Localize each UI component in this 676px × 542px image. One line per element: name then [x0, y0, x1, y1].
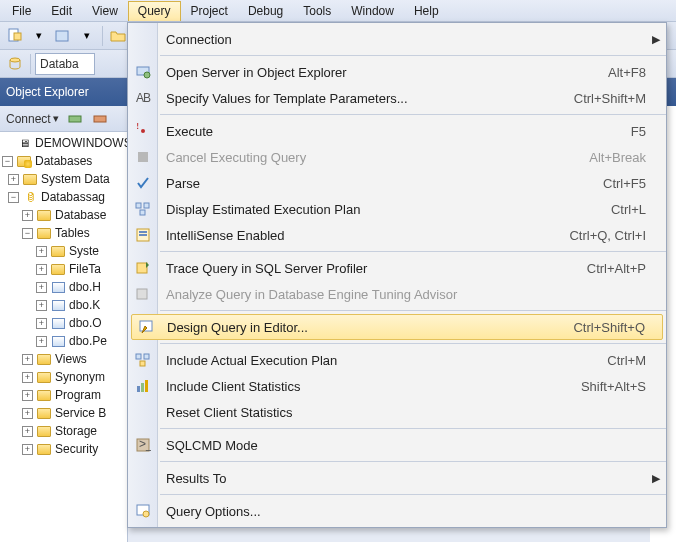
- connect-button[interactable]: Connect▾: [4, 112, 61, 126]
- menu-item-include-client-statistics[interactable]: Include Client StatisticsShift+Alt+S: [128, 373, 666, 399]
- new-project-button[interactable]: [52, 25, 74, 47]
- dropdown-icon[interactable]: ▾: [76, 25, 98, 47]
- analyze-icon: [128, 286, 158, 302]
- tree-toggle-icon[interactable]: +: [8, 174, 19, 185]
- menu-help[interactable]: Help: [404, 1, 449, 21]
- menu-view[interactable]: View: [82, 1, 128, 21]
- tree-toggle-icon[interactable]: +: [22, 444, 33, 455]
- menu-item-design-query-in-editor[interactable]: Design Query in Editor...Ctrl+Shift+Q: [131, 314, 663, 340]
- tree-item[interactable]: +FileTa: [0, 260, 127, 278]
- menu-file[interactable]: File: [2, 1, 41, 21]
- tree-item[interactable]: +Storage: [0, 422, 127, 440]
- tree-item[interactable]: +dbo.Pe: [0, 332, 127, 350]
- tree-item[interactable]: +Service B: [0, 404, 127, 422]
- query-menu-dropdown: Connection▶Open Server in Object Explore…: [127, 22, 667, 528]
- svg-point-33: [143, 511, 149, 517]
- menu-item-label: Reset Client Statistics: [158, 405, 646, 420]
- menu-item-open-server-in-object-explorer[interactable]: Open Server in Object ExplorerAlt+F8: [128, 59, 666, 85]
- menu-item-reset-client-statistics[interactable]: Reset Client Statistics: [128, 399, 666, 425]
- object-explorer-tree[interactable]: 🖥DEMOWINDOWS−Databases+System Data−🛢Data…: [0, 132, 128, 542]
- tree-toggle-icon[interactable]: +: [36, 336, 47, 347]
- tree-item[interactable]: +Syste: [0, 242, 127, 260]
- menu-separator: [160, 428, 666, 429]
- tree-item[interactable]: +dbo.O: [0, 314, 127, 332]
- tree-toggle-icon[interactable]: −: [8, 192, 19, 203]
- tree-toggle-icon[interactable]: +: [36, 318, 47, 329]
- svg-rect-20: [139, 234, 147, 236]
- tree-item[interactable]: +System Data: [0, 170, 127, 188]
- folder-icon: [36, 406, 52, 420]
- menu-item-trace-query-in-sql-server-profiler[interactable]: Trace Query in SQL Server ProfilerCtrl+A…: [128, 255, 666, 281]
- tree-toggle-icon[interactable]: +: [36, 246, 47, 257]
- tree-item[interactable]: −Tables: [0, 224, 127, 242]
- menu-edit[interactable]: Edit: [41, 1, 82, 21]
- tree-toggle-icon[interactable]: +: [22, 390, 33, 401]
- svg-rect-14: [138, 152, 148, 162]
- tree-item-label: Tables: [55, 226, 90, 240]
- menu-item-include-actual-execution-plan[interactable]: Include Actual Execution PlanCtrl+M: [128, 347, 666, 373]
- disconnect-icon[interactable]: [89, 108, 111, 130]
- tree-item[interactable]: +dbo.H: [0, 278, 127, 296]
- tree-item-label: Syste: [69, 244, 99, 258]
- new-query-button[interactable]: [4, 25, 26, 47]
- tree-item[interactable]: +Database: [0, 206, 127, 224]
- dropdown-icon[interactable]: ▾: [28, 25, 50, 47]
- menu-item-label: Connection: [158, 32, 646, 47]
- menu-item-shortcut: Ctrl+M: [607, 353, 646, 368]
- tree-item[interactable]: 🖥DEMOWINDOWS: [0, 134, 127, 152]
- tree-toggle-icon[interactable]: +: [22, 372, 33, 383]
- menu-item-display-estimated-execution-plan[interactable]: Display Estimated Execution PlanCtrl+L: [128, 196, 666, 222]
- menu-separator: [160, 55, 666, 56]
- tree-item[interactable]: +Program: [0, 386, 127, 404]
- tree-toggle-icon[interactable]: +: [36, 264, 47, 275]
- tree-item[interactable]: −Databases: [0, 152, 127, 170]
- menu-item-connection[interactable]: Connection▶: [128, 26, 666, 52]
- menu-separator: [160, 310, 666, 311]
- folder-icon: [36, 370, 52, 384]
- tree-toggle-icon[interactable]: +: [36, 282, 47, 293]
- tree-item[interactable]: +Views: [0, 350, 127, 368]
- menu-item-specify-values-for-template-parameters[interactable]: ABSpecify Values for Template Parameters…: [128, 85, 666, 111]
- tree-toggle-icon[interactable]: −: [2, 156, 13, 167]
- menu-window[interactable]: Window: [341, 1, 404, 21]
- table-icon: [50, 280, 66, 294]
- open-file-button[interactable]: [107, 25, 129, 47]
- tree-toggle-icon[interactable]: +: [36, 300, 47, 311]
- template-icon: AB: [128, 90, 158, 106]
- tree-toggle-icon[interactable]: +: [22, 354, 33, 365]
- menu-item-sqlcmd-mode[interactable]: >_SQLCMD Mode: [128, 432, 666, 458]
- tree-item-label: Views: [55, 352, 87, 366]
- tree-item[interactable]: +Synonym: [0, 368, 127, 386]
- menu-tools[interactable]: Tools: [293, 1, 341, 21]
- menu-item-shortcut: F5: [631, 124, 646, 139]
- folder-icon: [50, 244, 66, 258]
- folder-icon: [50, 262, 66, 276]
- menu-item-intellisense-enabled[interactable]: IntelliSense EnabledCtrl+Q, Ctrl+I: [128, 222, 666, 248]
- menu-item-query-options[interactable]: Query Options...: [128, 498, 666, 524]
- menu-item-results-to[interactable]: Results To▶: [128, 465, 666, 491]
- tree-item[interactable]: −🛢Databassag: [0, 188, 127, 206]
- tree-item-label: Security: [55, 442, 98, 456]
- menu-item-parse[interactable]: ParseCtrl+F5: [128, 170, 666, 196]
- change-connection-button[interactable]: [4, 53, 26, 75]
- folderdb-icon: [16, 154, 32, 168]
- menu-item-label: Include Actual Execution Plan: [158, 353, 607, 368]
- menu-project[interactable]: Project: [181, 1, 238, 21]
- tree-item[interactable]: +Security: [0, 440, 127, 458]
- table-icon: [50, 298, 66, 312]
- connect-icon[interactable]: [64, 108, 86, 130]
- menu-debug[interactable]: Debug: [238, 1, 293, 21]
- object-explorer-header: Object Explorer: [0, 78, 128, 106]
- menu-item-label: IntelliSense Enabled: [158, 228, 569, 243]
- tree-toggle-icon[interactable]: +: [22, 408, 33, 419]
- open-server-icon: [128, 64, 158, 80]
- tree-toggle-icon[interactable]: +: [22, 426, 33, 437]
- tree-item-label: DEMOWINDOWS: [35, 136, 128, 150]
- tree-toggle-icon[interactable]: +: [22, 210, 33, 221]
- tree-item[interactable]: +dbo.K: [0, 296, 127, 314]
- svg-rect-15: [136, 203, 141, 208]
- tree-toggle-icon[interactable]: −: [22, 228, 33, 239]
- menu-query[interactable]: Query: [128, 1, 181, 21]
- menu-item-execute[interactable]: !ExecuteF5: [128, 118, 666, 144]
- database-combo[interactable]: Databa: [35, 53, 95, 75]
